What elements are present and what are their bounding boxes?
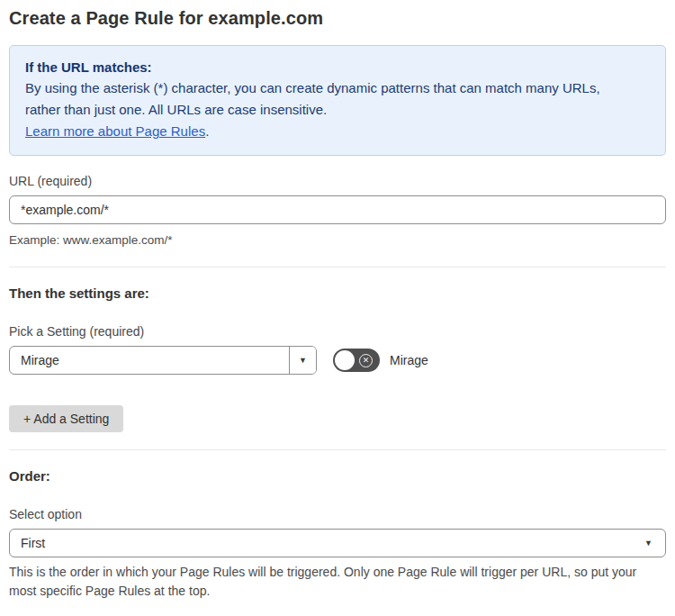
toggle-label: Mirage [390,353,428,367]
link-period: . [205,123,209,139]
select-option-label: Select option [9,507,666,521]
learn-more-link[interactable]: Learn more about Page Rules [25,123,205,139]
order-section-heading: Order: [9,467,666,485]
add-setting-row: + Add a Setting [9,405,666,432]
order-help-text: This is the order in which your Page Rul… [9,563,657,601]
chevron-down-icon: ▼ [644,539,665,548]
toggle-knob [335,350,355,370]
mirage-toggle[interactable]: ✕ [333,349,380,372]
chevron-down-icon[interactable]: ▼ [289,347,316,374]
divider [9,267,666,267]
url-label: URL (required) [9,174,666,188]
info-box-heading: If the URL matches: [25,58,650,77]
pick-setting-label: Pick a Setting (required) [9,324,666,339]
divider [9,449,666,450]
url-field: URL (required) Example: www.example.com/… [9,174,666,249]
url-match-info-box: If the URL matches: By using the asteris… [9,45,666,156]
settings-section-heading: Then the settings are: [9,285,666,303]
page-title: Create a Page Rule for example.com [9,7,666,29]
order-select[interactable]: First ▼ [9,529,666,557]
x-circle-icon: ✕ [359,354,373,367]
setting-select-value: Mirage [10,353,289,367]
order-select-value: First [10,536,644,550]
setting-select[interactable]: Mirage ▼ [9,346,317,375]
info-box-body: By using the asterisk (*) character, you… [25,77,637,121]
url-example-hint: Example: www.example.com/* [9,231,666,249]
setting-row: Mirage ▼ ✕ Mirage [9,346,666,375]
url-input[interactable] [9,195,666,224]
add-setting-button[interactable]: + Add a Setting [9,405,123,432]
create-page-rule-form: Create a Page Rule for example.com If th… [0,0,675,616]
info-box-link-line: Learn more about Page Rules. [25,121,650,142]
